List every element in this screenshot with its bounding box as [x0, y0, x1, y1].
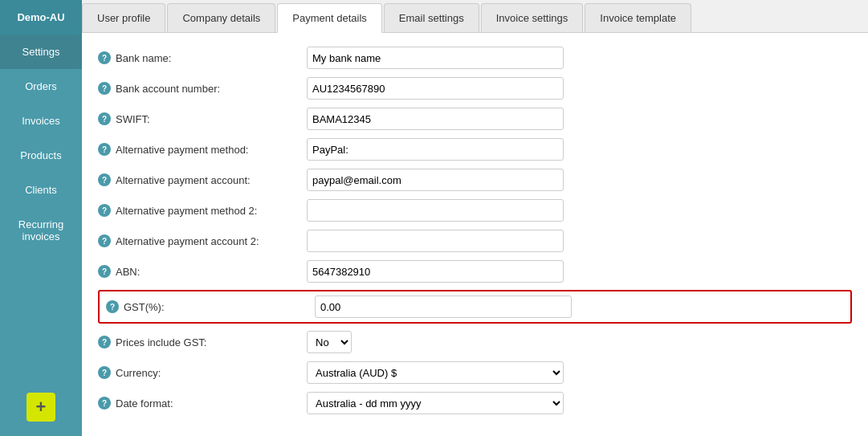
- bank-name-help-icon[interactable]: ?: [98, 51, 111, 64]
- sidebar-item-products[interactable]: Products: [0, 138, 82, 173]
- date-format-row: ? Date format: Australia - dd mm yyyy US…: [98, 391, 852, 415]
- tab-invoice-settings[interactable]: Invoice settings: [481, 3, 584, 32]
- swift-input[interactable]: [307, 108, 564, 130]
- prices-include-gst-select[interactable]: No Yes: [307, 331, 352, 353]
- tab-email-settings[interactable]: Email settings: [384, 3, 479, 32]
- swift-help-icon[interactable]: ?: [98, 112, 111, 125]
- alt-payment-account-input[interactable]: [307, 169, 564, 191]
- alt-payment-account-2-help-icon[interactable]: ?: [98, 234, 111, 247]
- bank-account-number-help-icon[interactable]: ?: [98, 82, 111, 95]
- currency-row: ? Currency: Australia (AUD) $ USD $ EUR …: [98, 361, 852, 385]
- currency-label: ? Currency:: [98, 366, 307, 379]
- prices-include-gst-label: ? Prices include GST:: [98, 336, 307, 348]
- gst-label: ? GST(%):: [106, 300, 315, 313]
- tab-payment-details[interactable]: Payment details: [277, 3, 382, 33]
- alt-payment-account-help-icon[interactable]: ?: [98, 173, 111, 186]
- alt-payment-account-label: ? Alternative payment account:: [98, 173, 307, 186]
- alt-payment-account-2-row: ? Alternative payment account 2:: [98, 229, 852, 253]
- sidebar-item-orders[interactable]: Orders: [0, 69, 82, 104]
- form-content: ? Bank name: ? Bank account number: ? SW…: [82, 33, 868, 436]
- alt-payment-account-2-input[interactable]: [307, 230, 564, 252]
- alt-payment-method-2-input[interactable]: [307, 199, 564, 222]
- gst-highlighted-row: ? GST(%):: [98, 290, 852, 324]
- swift-row: ? SWIFT:: [98, 107, 852, 131]
- sidebar-item-recurring[interactable]: Recurring invoices: [0, 207, 82, 254]
- tab-bar: User profile Company details Payment det…: [82, 0, 868, 33]
- bank-name-input[interactable]: [307, 47, 564, 69]
- bank-account-number-label: ? Bank account number:: [98, 82, 307, 95]
- tab-company-details[interactable]: Company details: [167, 3, 275, 32]
- alt-payment-method-row: ? Alternative payment method:: [98, 137, 852, 161]
- alt-payment-account-2-label: ? Alternative payment account 2:: [98, 234, 307, 247]
- gst-help-icon[interactable]: ?: [106, 300, 119, 313]
- abn-input[interactable]: [307, 260, 564, 283]
- abn-row: ? ABN:: [98, 259, 852, 283]
- date-format-help-icon[interactable]: ?: [98, 397, 111, 410]
- bank-account-number-row: ? Bank account number:: [98, 76, 852, 100]
- sidebar-demo-label: Demo-AU: [0, 0, 82, 35]
- alt-payment-method-2-help-icon[interactable]: ?: [98, 204, 111, 217]
- main-content: User profile Company details Payment det…: [82, 0, 868, 436]
- sidebar: Demo-AU Settings Orders Invoices Product…: [0, 0, 82, 436]
- gst-input[interactable]: [315, 295, 572, 318]
- add-button[interactable]: +: [26, 393, 55, 422]
- sidebar-item-clients[interactable]: Clients: [0, 173, 82, 207]
- sidebar-item-invoices[interactable]: Invoices: [0, 104, 82, 138]
- bank-name-row: ? Bank name:: [98, 46, 852, 70]
- abn-label: ? ABN:: [98, 265, 307, 278]
- alt-payment-method-2-label: ? Alternative payment method 2:: [98, 204, 307, 217]
- bank-name-label: ? Bank name:: [98, 51, 307, 64]
- prices-include-gst-row: ? Prices include GST: No Yes: [98, 330, 852, 354]
- alt-payment-method-help-icon[interactable]: ?: [98, 143, 111, 156]
- sidebar-item-settings[interactable]: Settings: [0, 35, 82, 69]
- tab-user-profile[interactable]: User profile: [82, 3, 165, 32]
- date-format-label: ? Date format:: [98, 397, 307, 410]
- currency-select[interactable]: Australia (AUD) $ USD $ EUR €: [307, 361, 564, 384]
- gst-row-inner: ? GST(%):: [106, 295, 844, 319]
- alt-payment-method-input[interactable]: [307, 138, 564, 161]
- prices-include-gst-help-icon[interactable]: ?: [98, 336, 111, 348]
- tab-invoice-template[interactable]: Invoice template: [585, 3, 691, 32]
- currency-help-icon[interactable]: ?: [98, 366, 111, 379]
- swift-label: ? SWIFT:: [98, 112, 307, 125]
- alt-payment-account-row: ? Alternative payment account:: [98, 168, 852, 192]
- date-format-select[interactable]: Australia - dd mm yyyy US - mm dd yyyy: [307, 392, 564, 414]
- abn-help-icon[interactable]: ?: [98, 265, 111, 278]
- sidebar-bottom: +: [0, 385, 82, 430]
- alt-payment-method-label: ? Alternative payment method:: [98, 143, 307, 156]
- alt-payment-method-2-row: ? Alternative payment method 2:: [98, 198, 852, 222]
- bank-account-number-input[interactable]: [307, 77, 564, 100]
